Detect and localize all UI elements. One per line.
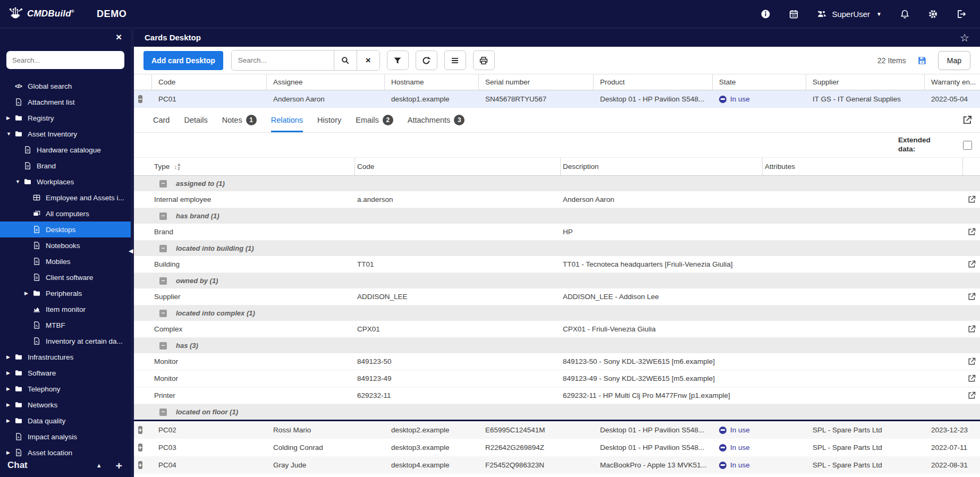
refresh-button[interactable]	[416, 50, 437, 70]
open-relation-icon[interactable]	[967, 195, 976, 204]
sidebar-item-peripherals[interactable]: ▶Peripherals	[0, 285, 131, 301]
print-button[interactable]	[473, 50, 495, 70]
sidebar-item-all-computers[interactable]: All computers	[0, 206, 131, 222]
open-relation-icon[interactable]	[967, 391, 976, 400]
relation-row[interactable]: Monitor 849123-49 849123-49 - Sony KDL-3…	[134, 370, 980, 387]
chevron-right-icon[interactable]: ▶	[6, 402, 14, 407]
sidebar-item-registry[interactable]: ▶Registry	[0, 110, 131, 126]
tab-card[interactable]: Card	[153, 108, 170, 132]
relation-group-has-brand-1[interactable]: − has brand (1)	[134, 208, 980, 224]
sidebar-item-telephony[interactable]: ▶Telephony	[0, 381, 131, 397]
chevron-right-icon[interactable]: ▶	[6, 418, 14, 423]
extended-data-checkbox[interactable]	[963, 141, 972, 150]
clear-search-button[interactable]: ×	[357, 50, 379, 70]
column-header-hostname[interactable]: Hostname	[385, 74, 479, 90]
open-in-window-icon[interactable]	[962, 115, 973, 125]
chevron-down-icon[interactable]: ▼	[6, 131, 14, 137]
expand-row-icon[interactable]: +	[138, 444, 142, 452]
column-header-warranty-en[interactable]: Warranty en...	[925, 74, 980, 90]
sidebar-item-hardware-catalogue[interactable]: Hardware catalogue	[0, 142, 131, 158]
relation-group-assigned-to-1[interactable]: − assigned to (1)	[134, 176, 980, 191]
sidebar-item-brand[interactable]: Brand	[0, 158, 131, 174]
expand-row-icon[interactable]: +	[138, 426, 142, 434]
column-header-type[interactable]: Type ↓AZ	[134, 158, 355, 175]
open-relation-icon[interactable]	[967, 325, 976, 334]
column-header-code[interactable]: Code	[152, 74, 267, 90]
gear-icon[interactable]	[928, 9, 938, 19]
open-relation-icon[interactable]	[967, 374, 976, 383]
sidebar-item-employee-and-assets-i[interactable]: Employee and Assets i...	[0, 190, 131, 206]
chat-add-icon[interactable]: +	[116, 460, 122, 471]
open-relation-icon[interactable]	[967, 292, 976, 301]
grid-search-input[interactable]	[232, 50, 334, 70]
relation-row[interactable]: Internal employee a.anderson Anderson Aa…	[134, 191, 980, 208]
chevron-right-icon[interactable]: ▶	[6, 370, 14, 376]
card-row-pc02[interactable]: + PC02 Rossi Mario desktop2.example E659…	[134, 421, 980, 439]
column-header-serial-number[interactable]: Serial number	[479, 74, 594, 90]
tab-relations[interactable]: Relations	[271, 108, 303, 132]
card-row-pc04[interactable]: + PC04 Gray Jude desktop4.example F25452…	[134, 456, 980, 474]
relation-group-located-into-complex-1[interactable]: − located into complex (1)	[134, 305, 980, 321]
save-view-icon[interactable]	[917, 55, 927, 66]
column-header-state[interactable]: State	[713, 74, 806, 90]
card-row-pc01[interactable]: − PC01 Anderson Aaron desktop1.example S…	[134, 90, 980, 108]
relation-group-has-3[interactable]: − has (3)	[134, 338, 980, 353]
map-button[interactable]: Map	[938, 51, 970, 70]
collapse-group-icon[interactable]: −	[159, 408, 167, 416]
add-card-button[interactable]: Add card Desktop	[143, 51, 223, 70]
sidebar-item-item-monitor[interactable]: Item monitor	[0, 301, 131, 317]
collapse-group-icon[interactable]: −	[159, 212, 167, 220]
bell-icon[interactable]	[900, 9, 910, 19]
calendar-icon[interactable]	[789, 9, 799, 19]
search-button[interactable]	[334, 50, 357, 70]
sidebar-item-mobiles[interactable]: Mobiles	[0, 253, 131, 269]
card-row-pc03[interactable]: + PC03 Colding Conrad desktop3.example R…	[134, 439, 980, 456]
relation-row[interactable]: Monitor 849123-50 849123-50 - Sony KDL-3…	[134, 353, 980, 370]
sidebar-item-impact-analysis[interactable]: Impact analysis	[0, 429, 131, 445]
column-header-attributes[interactable]: Attributes	[763, 158, 963, 175]
relation-group-located-on-floor-1[interactable]: − located on floor (1)	[134, 404, 980, 420]
sidebar-item-global-search[interactable]: </>Global search	[0, 78, 131, 94]
collapse-sidebar-icon[interactable]: ◀	[129, 248, 133, 254]
collapse-row-icon[interactable]: −	[138, 95, 142, 103]
sidebar-close-icon[interactable]: ×	[115, 31, 123, 43]
tab-emails[interactable]: Emails 2	[356, 108, 393, 132]
info-icon[interactable]	[761, 9, 771, 19]
sidebar-item-software[interactable]: ▶Software	[0, 365, 131, 381]
collapse-group-icon[interactable]: −	[159, 245, 167, 252]
expand-row-icon[interactable]: +	[138, 461, 142, 469]
sidebar-item-networks[interactable]: ▶Networks	[0, 397, 131, 413]
sidebar-search-input[interactable]	[6, 51, 124, 69]
column-header-description[interactable]: Description	[561, 158, 763, 175]
chevron-down-icon[interactable]: ▼	[15, 179, 23, 184]
column-header-assignee[interactable]: Assignee	[267, 74, 385, 90]
sign-out-icon[interactable]	[956, 9, 966, 19]
collapse-group-icon[interactable]: −	[159, 342, 167, 350]
collapse-group-icon[interactable]: −	[159, 310, 167, 317]
open-relation-icon[interactable]	[967, 260, 976, 269]
card-row-pc05[interactable]: + PC05 Smith John desktop5.example T8545…	[134, 474, 980, 477]
sidebar-item-client-software[interactable]: Client software	[0, 269, 131, 285]
chat-bar[interactable]: Chat ▲ +	[0, 453, 131, 477]
menu-button[interactable]	[444, 50, 466, 70]
sidebar-item-notebooks[interactable]: Notebooks	[0, 237, 131, 253]
collapse-group-icon[interactable]: −	[159, 180, 167, 188]
sidebar-item-mtbf[interactable]: MTBF	[0, 317, 131, 333]
relation-row[interactable]: Complex CPX01 CPX01 - Friuli-Venezia Giu…	[134, 321, 980, 338]
filter-button[interactable]	[387, 50, 409, 70]
chevron-up-icon[interactable]: ▲	[96, 462, 102, 469]
collapse-group-icon[interactable]: −	[159, 277, 167, 285]
chevron-right-icon[interactable]: ▶	[24, 291, 32, 296]
sidebar-item-attachment-list[interactable]: Attachment list	[0, 94, 131, 110]
chevron-right-icon[interactable]: ▶	[6, 354, 14, 360]
sidebar-item-desktops[interactable]: Desktops	[0, 222, 131, 237]
relation-row[interactable]: Printer 629232-11 629232-11 - HP Multi C…	[134, 387, 980, 404]
column-header-code[interactable]: Code	[355, 158, 561, 175]
tab-history[interactable]: History	[317, 108, 341, 132]
tab-notes[interactable]: Notes 1	[222, 108, 257, 132]
sidebar-item-infrastructures[interactable]: ▶Infrastructures	[0, 349, 131, 365]
chevron-right-icon[interactable]: ▶	[6, 115, 14, 121]
tab-attachments[interactable]: Attachments 3	[408, 108, 465, 132]
tab-details[interactable]: Details	[184, 108, 207, 132]
relation-group-owned-by-1[interactable]: − owned by (1)	[134, 273, 980, 288]
